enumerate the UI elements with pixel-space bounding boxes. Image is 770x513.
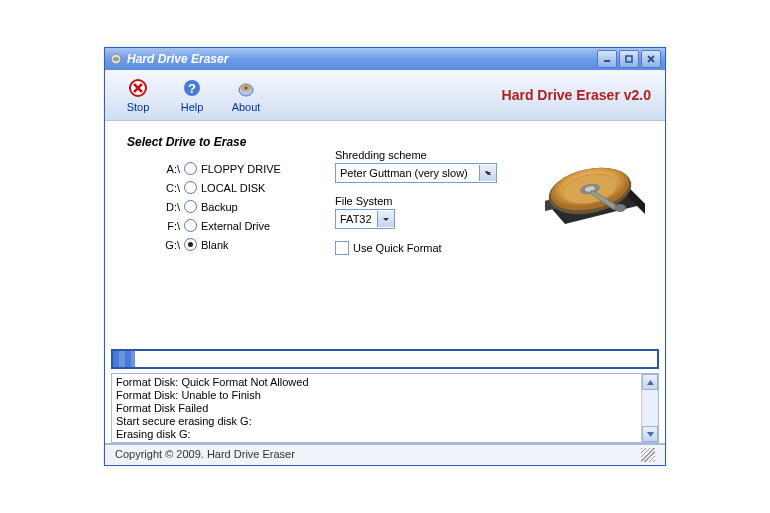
statusbar: Copyright © 2009. Hard Drive Eraser [105, 443, 665, 465]
scheme-dropdown[interactable]: Peter Guttman (very slow) [335, 163, 497, 183]
drive-letter: F:\ [152, 220, 180, 232]
scroll-up-icon[interactable] [642, 374, 658, 390]
quick-format-label: Use Quick Format [353, 242, 442, 254]
copyright-text: Copyright © 2009. Hard Drive Eraser [115, 448, 295, 462]
about-label: About [232, 101, 261, 113]
about-icon [235, 77, 257, 99]
drive-label: FLOPPY DRIVE [201, 163, 281, 175]
content-area: Select Drive to Erase A:\ FLOPPY DRIVE C… [105, 121, 665, 349]
main-window: Hard Drive Eraser Stop ? Help About Hard… [104, 47, 666, 466]
minimize-button[interactable] [597, 50, 617, 68]
svg-point-13 [245, 87, 248, 90]
scheme-value: Peter Guttman (very slow) [336, 167, 479, 179]
help-icon: ? [181, 77, 203, 99]
drive-label: Blank [201, 239, 229, 251]
app-icon [109, 52, 123, 66]
drive-letter: A:\ [152, 163, 180, 175]
app-title: Hard Drive Eraser v2.0 [502, 87, 651, 103]
drive-radio-c[interactable] [184, 181, 197, 194]
progress-bar [111, 349, 659, 369]
svg-rect-3 [626, 56, 632, 62]
drive-radio-d[interactable] [184, 200, 197, 213]
about-button[interactable]: About [221, 73, 271, 117]
dropdown-arrow-icon [479, 165, 496, 181]
log-line: Erasing disk G: [116, 428, 637, 441]
resize-grip-icon[interactable] [641, 448, 655, 462]
log-text: Format Disk: Quick Format Not Allowed Fo… [112, 374, 641, 442]
log-line: Format Disk: Unable to Finish [116, 389, 637, 402]
maximize-button[interactable] [619, 50, 639, 68]
help-button[interactable]: ? Help [167, 73, 217, 117]
log-area: Format Disk: Quick Format Not Allowed Fo… [111, 373, 659, 443]
drive-radio-a[interactable] [184, 162, 197, 175]
stop-label: Stop [127, 101, 150, 113]
log-line: Start secure erasing disk G: [116, 415, 637, 428]
stop-button[interactable]: Stop [113, 73, 163, 117]
titlebar[interactable]: Hard Drive Eraser [105, 48, 665, 70]
quick-format-checkbox[interactable] [335, 241, 349, 255]
drive-radio-f[interactable] [184, 219, 197, 232]
drive-letter: D:\ [152, 201, 180, 213]
drive-label: LOCAL DISK [201, 182, 265, 194]
fs-dropdown[interactable]: FAT32 [335, 209, 395, 229]
fs-value: FAT32 [336, 213, 377, 225]
scroll-down-icon[interactable] [642, 426, 658, 442]
help-label: Help [181, 101, 204, 113]
drive-letter: G:\ [152, 239, 180, 251]
stop-icon [127, 77, 149, 99]
scheme-label: Shredding scheme [335, 149, 497, 161]
log-line: Format Disk: Quick Format Not Allowed [116, 376, 637, 389]
svg-point-19 [614, 204, 626, 212]
svg-text:?: ? [188, 81, 196, 96]
hard-drive-image [535, 126, 655, 236]
svg-point-1 [113, 57, 119, 61]
drive-letter: C:\ [152, 182, 180, 194]
log-line: Format Disk Failed [116, 402, 637, 415]
fs-label: File System [335, 195, 497, 207]
log-scrollbar[interactable] [641, 374, 658, 442]
progress-fill [113, 351, 135, 367]
drive-label: External Drive [201, 220, 270, 232]
dropdown-arrow-icon [377, 211, 394, 227]
drive-radio-g[interactable] [184, 238, 197, 251]
toolbar: Stop ? Help About Hard Drive Eraser v2.0 [105, 70, 665, 121]
close-button[interactable] [641, 50, 661, 68]
window-title: Hard Drive Eraser [127, 52, 597, 66]
quick-format-row: Use Quick Format [335, 241, 497, 255]
drive-label: Backup [201, 201, 238, 213]
